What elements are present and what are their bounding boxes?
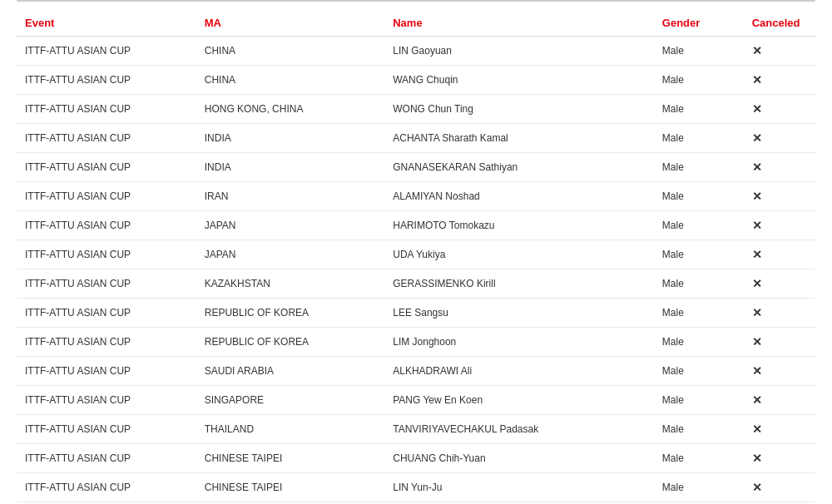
cell-ma: REPUBLIC OF KOREA (196, 299, 385, 328)
cancel-x-icon: ✕ (752, 481, 762, 494)
cell-event: ITTF-ATTU ASIAN CUP (17, 328, 196, 357)
cell-event: ITTF-ATTU ASIAN CUP (17, 95, 196, 124)
cell-gender: Male (654, 328, 744, 357)
cell-event: ITTF-ATTU ASIAN CUP (17, 37, 196, 66)
cell-name: TANVIRIYAVECHAKUL Padasak (384, 415, 654, 444)
cell-canceled: ✕ (744, 357, 815, 386)
cell-name: ALAMIYAN Noshad (384, 182, 654, 211)
cell-event: ITTF-ATTU ASIAN CUP (17, 211, 196, 240)
cell-name: ALKHADRAWI Ali (384, 357, 654, 386)
cell-gender: Male (654, 124, 744, 153)
cell-canceled: ✕ (744, 299, 815, 328)
cell-gender: Male (654, 66, 744, 95)
cell-ma: HONG KONG, CHINA (196, 95, 385, 124)
cell-gender: Male (654, 473, 744, 502)
cell-ma: SAUDI ARABIA (196, 357, 385, 386)
cancel-x-icon: ✕ (752, 219, 762, 232)
cell-event: ITTF-ATTU ASIAN CUP (17, 386, 196, 415)
cell-ma: INDIA (196, 153, 385, 182)
cell-gender: Male (654, 153, 744, 182)
cell-canceled: ✕ (744, 444, 815, 473)
cell-ma: JAPAN (196, 240, 385, 269)
cancel-x-icon: ✕ (752, 190, 762, 203)
col-header-ma: MA (196, 10, 385, 37)
cell-event: ITTF-ATTU ASIAN CUP (17, 473, 196, 502)
cancel-x-icon: ✕ (752, 306, 762, 319)
cell-ma: CHINA (196, 37, 385, 66)
table-row: ITTF-ATTU ASIAN CUPIRANALAMIYAN NoshadMa… (17, 182, 815, 211)
cell-ma: KAZAKHSTAN (196, 269, 385, 299)
cell-name: LIN Yun-Ju (384, 473, 654, 502)
table-row: ITTF-ATTU ASIAN CUPCHINALIN GaoyuanMale✕ (17, 37, 815, 66)
cell-name: LIM Jonghoon (384, 328, 654, 357)
cell-gender: Male (654, 95, 744, 124)
cell-canceled: ✕ (744, 328, 815, 357)
cell-name: GNANASEKARAN Sathiyan (384, 153, 654, 182)
table-row: ITTF-ATTU ASIAN CUPREPUBLIC OF KOREALEE … (17, 299, 815, 328)
results-table: Event MA Name Gender Canceled ITTF-ATTU … (17, 10, 815, 502)
cell-ma: JAPAN (196, 211, 385, 240)
cell-event: ITTF-ATTU ASIAN CUP (17, 124, 196, 153)
cell-name: CHUANG Chih-Yuan (384, 444, 654, 473)
cell-ma: CHINESE TAIPEI (196, 473, 385, 502)
table-row: ITTF-ATTU ASIAN CUPJAPANUDA YukiyaMale✕ (17, 240, 815, 269)
table-row: ITTF-ATTU ASIAN CUPSINGAPOREPANG Yew En … (17, 386, 815, 415)
cell-ma: INDIA (196, 124, 385, 153)
cell-ma: IRAN (196, 182, 385, 211)
cell-event: ITTF-ATTU ASIAN CUP (17, 444, 196, 473)
cancel-x-icon: ✕ (752, 277, 762, 290)
cancel-x-icon: ✕ (752, 44, 762, 57)
table-row: ITTF-ATTU ASIAN CUPSAUDI ARABIAALKHADRAW… (17, 357, 815, 386)
main-table-container: Event MA Name Gender Canceled ITTF-ATTU … (0, 2, 832, 504)
cell-gender: Male (654, 269, 744, 299)
cell-gender: Male (654, 37, 744, 66)
cancel-x-icon: ✕ (752, 248, 762, 261)
cancel-x-icon: ✕ (752, 335, 762, 348)
cell-canceled: ✕ (744, 182, 815, 211)
cell-ma: REPUBLIC OF KOREA (196, 328, 385, 357)
cell-name: ACHANTA Sharath Kamal (384, 124, 654, 153)
cancel-x-icon: ✕ (752, 393, 762, 407)
cell-canceled: ✕ (744, 269, 815, 299)
col-header-gender: Gender (654, 10, 744, 37)
cell-ma: CHINESE TAIPEI (196, 444, 385, 473)
cell-canceled: ✕ (744, 37, 815, 66)
cell-event: ITTF-ATTU ASIAN CUP (17, 182, 196, 211)
cell-event: ITTF-ATTU ASIAN CUP (17, 66, 196, 95)
cancel-x-icon: ✕ (752, 161, 762, 174)
cancel-x-icon: ✕ (752, 452, 762, 465)
table-row: ITTF-ATTU ASIAN CUPTHAILANDTANVIRIYAVECH… (17, 415, 815, 444)
cell-name: LEE Sangsu (384, 299, 654, 328)
cell-canceled: ✕ (744, 386, 815, 415)
table-row: ITTF-ATTU ASIAN CUPJAPANHARIMOTO Tomokaz… (17, 211, 815, 240)
cancel-x-icon: ✕ (752, 364, 762, 378)
cell-gender: Male (654, 211, 744, 240)
cell-canceled: ✕ (744, 124, 815, 153)
cell-gender: Male (654, 240, 744, 269)
cell-name: WONG Chun Ting (384, 95, 654, 124)
table-row: ITTF-ATTU ASIAN CUPHONG KONG, CHINAWONG … (17, 95, 815, 124)
table-row: ITTF-ATTU ASIAN CUPINDIAGNANASEKARAN Sat… (17, 153, 815, 182)
cell-event: ITTF-ATTU ASIAN CUP (17, 153, 196, 182)
table-row: ITTF-ATTU ASIAN CUPKAZAKHSTANGERASSIMENK… (17, 269, 815, 299)
cell-canceled: ✕ (744, 473, 815, 502)
table-row: ITTF-ATTU ASIAN CUPREPUBLIC OF KOREALIM … (17, 328, 815, 357)
cell-event: ITTF-ATTU ASIAN CUP (17, 357, 196, 386)
cell-ma: SINGAPORE (196, 386, 385, 415)
cell-canceled: ✕ (744, 211, 815, 240)
cell-name: LIN Gaoyuan (384, 37, 654, 66)
cell-gender: Male (654, 444, 744, 473)
cancel-x-icon: ✕ (752, 131, 762, 145)
cell-canceled: ✕ (744, 95, 815, 124)
col-header-event: Event (17, 10, 196, 37)
col-header-name: Name (384, 10, 654, 37)
cell-event: ITTF-ATTU ASIAN CUP (17, 415, 196, 444)
cell-name: HARIMOTO Tomokazu (384, 211, 654, 240)
cell-canceled: ✕ (744, 66, 815, 95)
table-row: ITTF-ATTU ASIAN CUPINDIAACHANTA Sharath … (17, 124, 815, 153)
cell-name: WANG Chuqin (384, 66, 654, 95)
cell-gender: Male (654, 182, 744, 211)
cell-name: UDA Yukiya (384, 240, 654, 269)
cell-gender: Male (654, 299, 744, 328)
cell-name: GERASSIMENKO Kirill (384, 269, 654, 299)
